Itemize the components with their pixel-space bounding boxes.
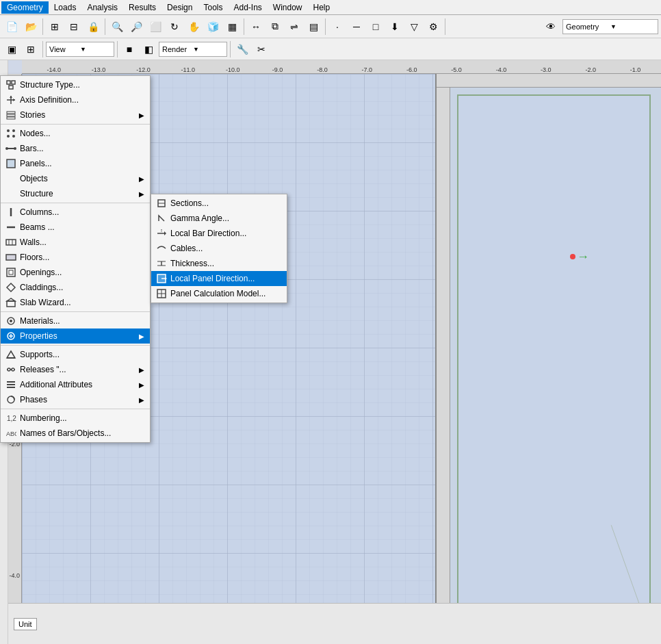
main-area: -14.0 -13.0 -12.0 -11.0 -10.0 -9.0 -8.0 … [0, 60, 661, 644]
menu-openings[interactable]: Openings... [1, 265, 150, 280]
ruler-mark-8: -8.0 [317, 66, 328, 73]
menu-help[interactable]: Help [308, 1, 336, 14]
node-button[interactable]: · [328, 18, 346, 36]
submenu-thickness[interactable]: Thickness... [151, 256, 287, 271]
sep8 [230, 41, 231, 57]
panels-icon [5, 157, 17, 170]
lock-button[interactable]: 🔒 [84, 18, 102, 36]
toolbar-settings-button[interactable]: 🔧 [233, 40, 251, 58]
unit-box[interactable]: Unit [14, 618, 37, 630]
settings-button[interactable]: ⚙ [424, 18, 442, 36]
menu-columns[interactable]: Columns... [1, 205, 150, 220]
snap-button[interactable]: ⊞ [46, 18, 64, 36]
svg-point-41 [12, 368, 14, 371]
zoom-window-button[interactable]: ⬜ [146, 18, 164, 36]
bar-button[interactable]: ─ [348, 18, 365, 36]
new-button[interactable]: 📄 [3, 18, 21, 36]
array-button[interactable]: ▤ [304, 18, 322, 36]
menu-window[interactable]: Window [268, 1, 308, 14]
submenu-local-bar-direction[interactable]: Local Bar Direction... [151, 226, 287, 241]
selection-button[interactable]: ⊞ [22, 40, 40, 58]
menu-beams[interactable]: Beams ... [1, 220, 150, 235]
svg-point-13 [7, 129, 10, 132]
svg-rect-4 [12, 81, 15, 84]
menu-names-bars[interactable]: ABC Names of Bars/Objects... [1, 426, 150, 441]
panel-button[interactable]: □ [367, 18, 385, 36]
menu-loads[interactable]: Loads [49, 1, 82, 14]
menu-properties[interactable]: Properties ▶ [1, 329, 150, 344]
svg-point-14 [12, 129, 15, 132]
menu-structure-type[interactable]: Structure Type... [1, 77, 150, 92]
menu-slab-wizard[interactable]: Slab Wizard... [1, 295, 150, 310]
view-dropdown[interactable]: View ▼ [46, 42, 114, 57]
menu-results[interactable]: Results [123, 1, 161, 14]
menu-walls[interactable]: Walls... [1, 235, 150, 250]
tools2-button[interactable]: ✂ [252, 40, 270, 58]
numbering-icon: 1,2 [5, 412, 17, 424]
menu-nodes[interactable]: Nodes... [1, 126, 150, 141]
menu-objects[interactable]: Objects ▶ [1, 171, 150, 186]
claddings-icon [5, 281, 17, 294]
render-dropdown[interactable]: Render ▼ [159, 42, 227, 57]
menu-stories[interactable]: Stories ▶ [1, 107, 150, 123]
submenu-local-bar-direction-label: Local Bar Direction... [170, 229, 246, 238]
menu-supports[interactable]: Supports... [1, 347, 150, 362]
view-icon[interactable]: 👁 [542, 18, 560, 36]
mirror-button[interactable]: ⇌ [285, 18, 303, 36]
toolbar-row-1: 📄 📂 ⊞ ⊟ 🔒 🔍 🔎 ⬜ ↻ ✋ 🧊 ▦ ↔ ⧉ ⇌ ▤ · ─ □ ⬇ … [0, 15, 661, 38]
svg-point-16 [12, 135, 15, 138]
menu-addins[interactable]: Add-Ins [228, 1, 267, 14]
svg-point-19 [14, 147, 16, 150]
render-dropdown-arrow-icon: ▼ [193, 46, 224, 53]
grid-button[interactable]: ⊟ [65, 18, 83, 36]
menu-structure-type-label: Structure Type... [20, 80, 80, 90]
copy-button[interactable]: ⧉ [266, 18, 284, 36]
rotate-button[interactable]: ↻ [166, 18, 183, 36]
submenu-gamma-angle[interactable]: Gamma Angle... [151, 211, 287, 226]
menu-claddings[interactable]: Claddings... [1, 280, 150, 295]
menu-geometry[interactable]: Geometry [1, 1, 49, 14]
h-ruler: -14.0 -13.0 -12.0 -11.0 -10.0 -9.0 -8.0 … [22, 60, 661, 74]
zoom-all-button[interactable]: 🔎 [127, 18, 145, 36]
menu-numbering[interactable]: 1,2 Numbering... [1, 411, 150, 426]
load-button[interactable]: ⬇ [386, 18, 404, 36]
support-button[interactable]: ▽ [405, 18, 423, 36]
menu-design[interactable]: Design [161, 1, 198, 14]
menu-materials[interactable]: Materials... [1, 313, 150, 329]
svg-rect-3 [7, 81, 10, 84]
move-button[interactable]: ↔ [247, 18, 265, 36]
thickness-icon [155, 257, 168, 270]
select-button[interactable]: ▣ [3, 40, 21, 58]
svg-rect-5 [9, 86, 13, 89]
svg-text:1,2: 1,2 [7, 415, 16, 422]
properties-icon [5, 330, 17, 342]
submenu-cables[interactable]: Cables... [151, 241, 287, 256]
menu-phases[interactable]: Phases ▶ [1, 392, 150, 407]
submenu-local-panel-direction[interactable]: Local Panel Direction... [151, 271, 287, 286]
ruler-mark-12: -12.0 [136, 66, 151, 73]
menu-axis-definition[interactable]: Axis Definition... [1, 92, 150, 107]
open-button[interactable]: 📂 [22, 18, 40, 36]
objects-arrow-icon: ▶ [139, 175, 144, 183]
pan-button[interactable]: ✋ [185, 18, 203, 36]
shade-button[interactable]: ◧ [140, 40, 157, 58]
toolbar-row-2: ▣ ⊞ View ▼ ■ ◧ Render ▼ 🔧 ✂ [0, 38, 661, 60]
view3d-button[interactable]: 🧊 [204, 18, 222, 36]
menu-panels[interactable]: Panels... [1, 156, 150, 171]
menu-additional-attributes[interactable]: Additional Attributes ▶ [1, 377, 150, 392]
submenu-sections[interactable]: Sections... [151, 196, 287, 211]
svg-rect-43 [7, 384, 15, 385]
render-button[interactable]: ■ [120, 40, 138, 58]
view2d-button[interactable]: ▦ [223, 18, 241, 36]
menu-tools[interactable]: Tools [198, 1, 228, 14]
menu-releases[interactable]: Releases "... ▶ [1, 362, 150, 377]
menu-floors[interactable]: Floors... [1, 250, 150, 265]
menu-analysis[interactable]: Analysis [81, 1, 123, 14]
submenu-panel-calculation-model[interactable]: Panel Calculation Model... [151, 286, 287, 301]
svg-point-15 [7, 135, 10, 138]
menu-columns-label: Columns... [20, 207, 59, 217]
geometry-dropdown[interactable]: Geometry ▼ [562, 19, 658, 34]
menu-bars[interactable]: Bars... [1, 141, 150, 156]
zoom-in-button[interactable]: 🔍 [108, 18, 126, 36]
menu-structure[interactable]: Structure ▶ [1, 186, 150, 201]
